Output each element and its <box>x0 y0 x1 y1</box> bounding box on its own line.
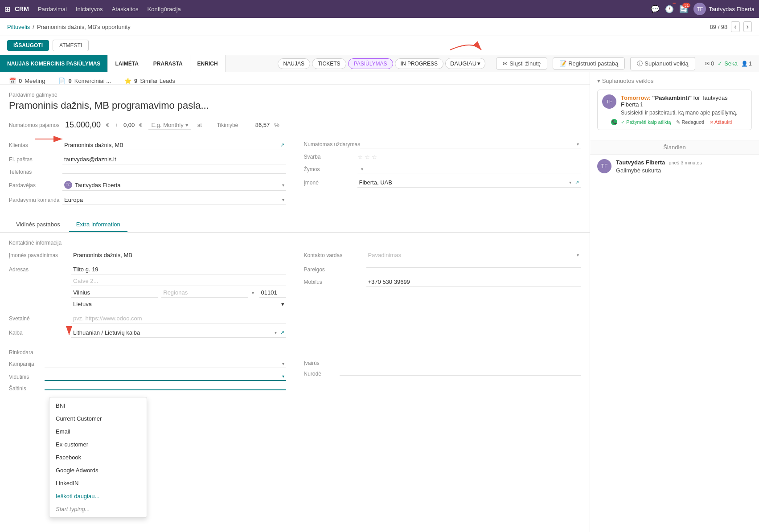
send-message-icon: ✉ <box>503 60 508 67</box>
dropdown-item-bni[interactable]: BNI <box>49 399 147 412</box>
pardavejas-field[interactable]: TF Tautvydas Fiberta ▾ <box>62 180 286 191</box>
kalba-ext-link[interactable]: ↗ <box>280 330 284 336</box>
dropdown-item-facebook[interactable]: Facebook <box>49 451 147 464</box>
action-bar: IŠSAUGOTI ATMESTI <box>0 36 759 55</box>
svetaine-field[interactable]: pvz. https://www.odoo.com <box>71 314 286 323</box>
region-field[interactable]: Regionas <box>161 288 248 298</box>
mobilus-field[interactable]: +370 530 39699 <box>366 277 581 287</box>
today-label: Šiandien <box>663 144 686 151</box>
imone-ext-link[interactable]: ↗ <box>575 180 579 185</box>
dropdown-item-google-adwords[interactable]: Google Adwords <box>49 464 147 477</box>
extra-amount[interactable]: 0,00 <box>123 122 135 128</box>
city-field[interactable]: Vilnius <box>71 288 158 298</box>
nav-ataskaitos[interactable]: Ataskaitos <box>112 6 139 12</box>
svarba-stars[interactable]: ☆ ☆ ☆ <box>357 153 377 161</box>
schedule-activity-button[interactable]: ⓘ Suplanuoti veiklą <box>630 57 695 70</box>
tikimybe-value[interactable]: 86,57 <box>255 122 270 128</box>
grid-icon[interactable]: ⊞ <box>4 5 10 13</box>
in-progress-pill[interactable]: IN PROGRESS <box>395 58 443 69</box>
tab-extra-information[interactable]: Extra Information <box>69 217 127 232</box>
amount-plus: + <box>115 122 118 128</box>
daugiau-more[interactable]: DAUGIAU ▾ <box>445 58 485 69</box>
log-note-button[interactable]: 📝 Registruoti pastabą <box>553 57 625 70</box>
user-menu[interactable]: TF Tautvydas Fiberta <box>693 3 755 15</box>
dropdown-item-current-customer[interactable]: Current Customer <box>49 412 147 425</box>
adresas-row: Adresas Tilto g. 19 Gatvė 2... Vilnius R… <box>9 265 286 309</box>
mobilus-row: Mobilus +370 530 39699 <box>304 277 581 287</box>
nav-konfiguracija[interactable]: Konfigūracija <box>148 6 181 12</box>
naujas-pill[interactable]: NAUJAS <box>278 58 310 69</box>
new-offer-button[interactable]: NAUJAS KOMERCINIS PASIŪLYMAS <box>0 55 108 72</box>
imone-field[interactable]: Fiberta, UAB ▾ ↗ <box>357 178 581 188</box>
komerciniai-stat[interactable]: 📄 0 Komerciniai ... <box>58 78 111 84</box>
similar-leads-stat[interactable]: ⭐ 9 Similar Leads <box>124 78 175 84</box>
kontakto-vardas-field[interactable]: Pavadinimas ▾ <box>366 250 581 260</box>
nurode-field[interactable] <box>340 372 581 376</box>
el-pastas-field[interactable]: tautvydas@daznis.lt <box>62 155 286 164</box>
discard-button[interactable]: ATMESTI <box>53 40 89 51</box>
dropdown-search-more[interactable]: Ieškoti daugiau... <box>49 490 147 503</box>
star-2[interactable]: ☆ <box>365 154 370 160</box>
page-info: 89 / 98 <box>710 24 728 30</box>
clock-icon[interactable]: 🕐 <box>665 5 674 13</box>
refresh-icon[interactable]: 🔄 31 <box>679 5 688 13</box>
pareigos-field[interactable] <box>366 265 581 268</box>
vidutinis-field[interactable]: ▾ <box>45 372 286 381</box>
breadcrumb-parent[interactable]: Piltuvėlis <box>7 24 30 30</box>
zip-field[interactable]: 01101 <box>259 288 286 298</box>
dropdown-item-linkedin[interactable]: LinkedIN <box>49 477 147 490</box>
adresas-line2-field[interactable]: Gatvė 2... <box>71 276 286 286</box>
prev-record-button[interactable]: ‹ <box>731 21 739 32</box>
star-1[interactable]: ☆ <box>357 154 363 160</box>
period-select[interactable]: E.g. Monthly ▾ <box>148 121 191 130</box>
dropdown-item-email[interactable]: Email <box>49 425 147 438</box>
daugiau-chevron: ▾ <box>477 60 480 67</box>
left-fields: Klientas Pramoninis dažnis, MB ↗ El. paš… <box>9 140 286 209</box>
zymos-field[interactable]: ▾ <box>357 165 581 173</box>
chatter-activity-section: ▾ Suplanuotos veiklos TF 📞 Tomorrow: "Pa… <box>590 72 759 140</box>
nav-pardavimai[interactable]: Pardavimai <box>38 6 67 12</box>
pardavimu-komanda-field[interactable]: Europa ▾ <box>62 195 286 205</box>
star-3[interactable]: ☆ <box>372 154 377 160</box>
adresas-line1-field[interactable]: Tilto g. 19 <box>71 265 286 274</box>
tickets-pill[interactable]: TICKETS <box>312 58 346 69</box>
log-note-label: Registruoti pastabą <box>568 60 618 67</box>
mark-done-button[interactable]: ✓ Pažymėti kaip atliktą <box>621 119 671 125</box>
send-message-button[interactable]: ✉ Siųsti žinutę <box>496 57 547 70</box>
enrich-button[interactable]: ENRICH <box>190 55 226 72</box>
amount-value[interactable]: 15.000,00 <box>65 120 101 130</box>
message-item: TF Tautvydas Fiberta prieš 3 minutes Gal… <box>590 155 759 178</box>
vidutinis-label: Vidutinis <box>9 374 45 380</box>
pasiulymas-pill[interactable]: PASIŪLYMAS <box>348 58 393 69</box>
kontakto-vardas-label: Kontakto vardas <box>304 250 366 258</box>
follow-button[interactable]: ✓ Seka <box>718 60 738 67</box>
meeting-stat[interactable]: 📅 0 Meeting <box>9 78 45 84</box>
tab-vidinios-pastabos[interactable]: Vidinės pastabos <box>9 217 67 232</box>
country-select[interactable]: Lietuva ▾ <box>71 299 286 309</box>
meeting-label: Meeting <box>25 78 45 84</box>
nav-iniciatyvos[interactable]: Iniciatyvos <box>76 6 103 12</box>
kampanija-row: Kampanija ▾ <box>9 360 286 368</box>
kampanija-field[interactable]: ▾ <box>45 360 286 368</box>
vidutinis-row: Vidutinis ▾ <box>9 372 286 381</box>
klientas-ext-link[interactable]: ↗ <box>280 142 284 148</box>
telefonas-field[interactable] <box>62 171 286 174</box>
prarasta-button[interactable]: PRARASTA <box>146 55 190 72</box>
cancel-button[interactable]: ✕ Atšaukti <box>710 119 732 125</box>
edit-button[interactable]: ✎ Redaguoti <box>676 119 704 125</box>
adresas-fields: Tilto g. 19 Gatvė 2... Vilnius Regionas … <box>71 265 286 309</box>
opportunity-title[interactable]: Pramoninis dažnis, MB programavimo pasla… <box>9 100 581 111</box>
laimeta-button[interactable]: LAIMĖTA <box>108 55 146 72</box>
telefonas-label: Telefonas <box>9 169 62 175</box>
imones-pavadinimas-field[interactable]: Pramoninis dažnis, MB <box>71 250 286 260</box>
chat-icon[interactable]: 💬 <box>651 5 660 13</box>
kalba-field[interactable]: Lithuanian / Lietuvių kalba ▾ ↗ <box>71 328 286 338</box>
dropdown-item-ex-customer[interactable]: Ex-customer <box>49 438 147 451</box>
dropdown-start-typing[interactable]: Start typing... <box>49 503 147 516</box>
next-record-button[interactable]: › <box>743 21 752 32</box>
numatomas-uzdarymas-field[interactable]: ▾ <box>360 140 581 148</box>
save-button[interactable]: IŠSAUGOTI <box>7 40 49 51</box>
schedule-label: Suplanuoti veiklą <box>644 60 688 67</box>
klientas-field[interactable]: Pramoninis dažnis, MB ↗ <box>62 140 286 150</box>
saltinis-field[interactable] <box>45 387 286 390</box>
